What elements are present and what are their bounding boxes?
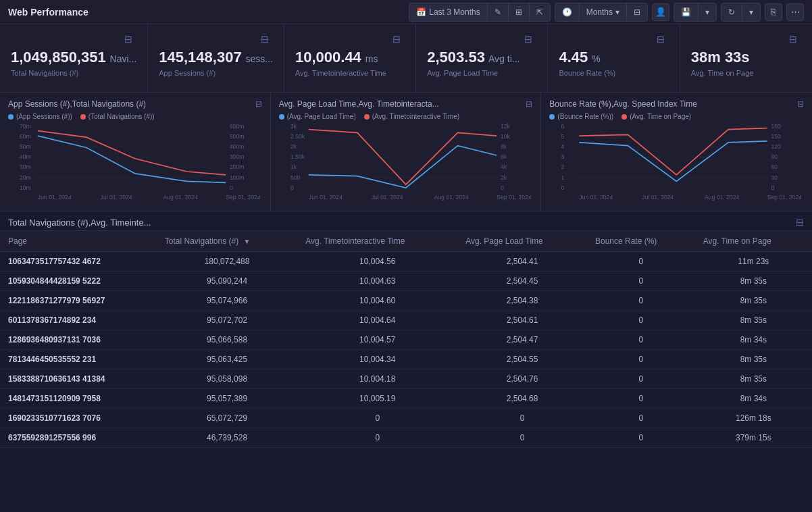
- table-row[interactable]: 1059304844428159 522295,090,24410,004.63…: [0, 272, 812, 291]
- svg-text:150: 150: [771, 133, 782, 140]
- col-header-2: Avg. Timetointeractive Time: [297, 231, 457, 252]
- save-chevron[interactable]: ▾: [699, 3, 716, 21]
- chart-line-red-0: [38, 131, 226, 175]
- cell-3-0: 6011378367174892 234: [0, 311, 157, 330]
- svg-text:120: 120: [771, 143, 782, 150]
- legend-item-0-1: (Total Navigations (#)): [80, 113, 155, 120]
- granularity-label-button[interactable]: Months ▾: [580, 3, 627, 21]
- table-row[interactable]: 1583388710636143 4138495,058,09810,004.1…: [0, 369, 812, 389]
- x-label-1-1: Jul 01, 2024: [371, 194, 403, 201]
- x-label-0-0: Jun 01, 2024: [38, 194, 72, 201]
- cell-6-0: 1583388710636143 41384: [0, 369, 157, 389]
- svg-text:600m: 600m: [230, 123, 245, 130]
- chevron-down-icon: ▾: [615, 7, 619, 17]
- cell-1-2: 10,004.63: [297, 272, 457, 291]
- legend-label-1-1: (Avg. Timetointeractive Time): [372, 113, 459, 120]
- svg-text:5: 5: [561, 133, 565, 140]
- table-row[interactable]: 7813446450535552 23195,063,42510,004.342…: [0, 350, 812, 369]
- time-range-button[interactable]: 📅 Last 3 Months: [409, 3, 487, 21]
- table-row[interactable]: 6375592891257556 99646,739,528000379m 15…: [0, 428, 812, 448]
- filter-time-button[interactable]: ⊞: [509, 3, 530, 21]
- kpi-unit-2: ms: [363, 53, 378, 64]
- cell-9-3: 0: [457, 428, 587, 448]
- x-label-0-1: Jul 01, 2024: [101, 194, 132, 201]
- svg-text:12k: 12k: [501, 123, 511, 130]
- cell-9-5: 379m 15s: [695, 428, 812, 448]
- svg-text:2: 2: [561, 163, 565, 170]
- cell-0-5: 11m 23s: [695, 252, 812, 272]
- export-time-button[interactable]: ⇱: [530, 3, 550, 21]
- chart-options-1[interactable]: ⊟: [526, 99, 532, 109]
- cell-0-3: 2,504.41: [457, 252, 587, 272]
- svg-text:70m: 70m: [20, 123, 31, 130]
- kpi-card-0: ⊟ 1,049,850,351 Navi... Total Navigation…: [0, 24, 148, 92]
- chart-area-0: 70m60m50m40m30m20m10m 600m500m400m300m20…: [8, 123, 262, 204]
- refresh-button[interactable]: ↻: [721, 3, 742, 21]
- share-button[interactable]: ⎘: [765, 3, 782, 21]
- svg-text:0: 0: [230, 184, 233, 191]
- kpi-label-4: Bounce Rate (%): [559, 69, 668, 77]
- save-group: 💾 ▾: [674, 3, 717, 22]
- refresh-icon: ↻: [728, 7, 735, 17]
- chart-line-blue-0: [38, 136, 226, 182]
- legend-dot-1-1: [364, 114, 370, 120]
- kpi-value-1: 145,148,307 sess...: [159, 49, 273, 66]
- kpi-label-1: App Sessions (#): [159, 69, 273, 77]
- cell-2-1: 95,074,966: [157, 291, 297, 311]
- calendar-icon: 📅: [416, 7, 426, 17]
- chart-line-blue-2: [580, 141, 767, 182]
- x-label-1-0: Jun 01, 2024: [308, 194, 342, 201]
- chart-options-0[interactable]: ⊟: [255, 99, 262, 109]
- svg-text:0: 0: [290, 184, 294, 191]
- cell-2-5: 8m 35s: [695, 291, 812, 311]
- save-button[interactable]: 💾: [674, 3, 699, 21]
- table-section: Total Navigations (#),Avg. Timeinte... ⊟…: [0, 211, 812, 448]
- granularity-group: 🕐 Months ▾ ⊟: [555, 3, 648, 22]
- chart-options-2[interactable]: ⊟: [797, 99, 804, 109]
- granularity-clock[interactable]: 🕐: [555, 3, 580, 21]
- chevron-down2-icon: ▾: [705, 7, 709, 17]
- cell-5-1: 95,063,425: [157, 350, 297, 369]
- cell-7-3: 2,504.68: [457, 389, 587, 409]
- legend-dot-0-1: [80, 114, 86, 120]
- legend-label-1-0: (Avg. Page Load Time): [287, 113, 356, 120]
- x-label-2-1: Jul 01, 2024: [642, 194, 674, 201]
- table-row[interactable]: 1481473151120909 795895,057,38910,005.19…: [0, 389, 812, 409]
- col-header-1[interactable]: Total Navigations (#) ▼: [157, 231, 297, 252]
- cell-6-5: 8m 35s: [695, 369, 812, 389]
- refresh-chevron[interactable]: ▾: [742, 3, 760, 21]
- kpi-row: ⊟ 1,049,850,351 Navi... Total Navigation…: [0, 24, 812, 93]
- table-row[interactable]: 1063473517757432 4672180,072,48810,004.5…: [0, 252, 812, 272]
- x-label-2-3: Sep 01, 2024: [767, 194, 803, 201]
- kpi-unit-1: sess...: [243, 53, 273, 64]
- svg-text:0: 0: [561, 184, 565, 191]
- chart-title-2: Bounce Rate (%),Avg. Speed Index Time: [549, 99, 697, 109]
- kpi-label-2: Avg. Timetointeractive Time: [295, 69, 405, 77]
- kpi-card-2: ⊟ 10,000.44 ms Avg. Timetointeractive Ti…: [284, 24, 416, 92]
- granularity-filter[interactable]: ⊟: [627, 3, 647, 21]
- save-icon: 💾: [681, 7, 691, 17]
- table-row[interactable]: 6011378367174892 23495,072,70210,004.642…: [0, 311, 812, 330]
- svg-text:6k: 6k: [501, 153, 507, 160]
- cell-2-3: 2,504.38: [457, 291, 587, 311]
- more-button[interactable]: ⋯: [786, 3, 804, 21]
- svg-text:3: 3: [561, 153, 565, 160]
- table-row[interactable]: 1286936480937131 703695,066,58810,004.57…: [0, 330, 812, 350]
- edit-time-range-button[interactable]: ✎: [488, 3, 509, 21]
- kpi-value-5: 38m 33s: [691, 49, 801, 66]
- table-header-row: Total Navigations (#),Avg. Timeinte... ⊟: [0, 211, 812, 231]
- chevron-down3-icon: ▾: [749, 7, 753, 17]
- table-row[interactable]: 1221186371277979 5692795,074,96610,004.6…: [0, 291, 812, 311]
- legend-dot-1-0: [279, 114, 284, 120]
- user-button[interactable]: 👤: [652, 3, 669, 21]
- chart-svg-0: 70m60m50m40m30m20m10m 600m500m400m300m20…: [8, 123, 262, 204]
- cell-0-2: 10,004.56: [297, 252, 457, 272]
- table-row[interactable]: 1690233510771623 707665,072,729000126m 1…: [0, 409, 812, 428]
- chart-legend-1: (Avg. Page Load Time) (Avg. Timetointera…: [279, 113, 533, 120]
- kpi-card-1: ⊟ 145,148,307 sess... App Sessions (#): [148, 24, 284, 92]
- legend-label-0-0: (App Sessions (#)): [16, 113, 72, 120]
- table-icon[interactable]: ⊟: [796, 217, 804, 228]
- cell-3-5: 8m 35s: [695, 311, 812, 330]
- kpi-value-4: 4.45 %: [559, 49, 668, 66]
- cell-5-2: 10,004.34: [297, 350, 457, 369]
